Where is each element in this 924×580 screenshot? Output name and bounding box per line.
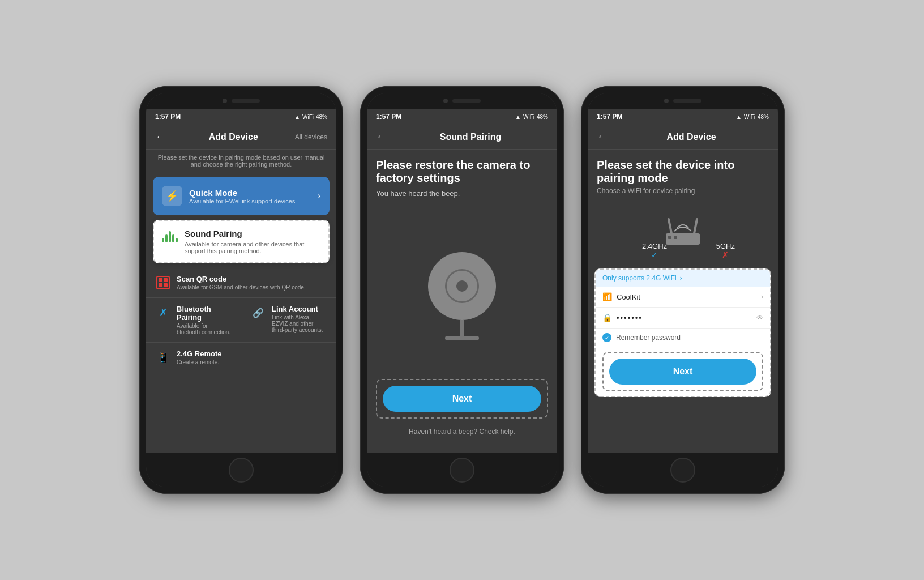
bluetooth-desc: Available for bluetooth connection. [177, 323, 232, 335]
sound-pairing-content: Please restore the camera to factory set… [367, 150, 557, 374]
status-icons-1: ▲ WiFi 48% [294, 114, 327, 120]
help-link-2[interactable]: Haven't heard a beep? Check help. [367, 423, 557, 440]
battery-icon-2: 48% [537, 114, 548, 120]
svg-rect-1 [668, 236, 671, 239]
wifi-icon-3: WiFi [744, 114, 755, 120]
nav-title-3: Add Device [614, 132, 769, 142]
screen-content-3: Please set the device into pairing mode … [588, 150, 778, 453]
svg-rect-2 [674, 236, 677, 239]
battery-icon-3: 48% [758, 114, 769, 120]
link-account-desc: Link with Alexa, EZVIZ and other third-p… [272, 314, 327, 333]
screen-content-1: Please set the device in pairing mode ba… [146, 150, 336, 453]
pairing-mode-title: Please set the device into pairing mode [597, 159, 769, 185]
next-button-container-2: Next [376, 379, 548, 419]
bluetooth-title: Bluetooth Pairing [177, 305, 232, 322]
nav-bar-1: ← Add Device All devices [146, 125, 336, 150]
back-button-1[interactable]: ← [155, 131, 165, 143]
sound-pairing-title: Sound Pairing [185, 229, 320, 238]
quick-mode-arrow: › [318, 191, 320, 201]
password-row[interactable]: 🔒 ••••••• 👁 [596, 308, 770, 329]
remember-checkbox[interactable]: ✓ [602, 333, 611, 342]
phone-bottom-1 [146, 453, 336, 487]
home-button-2[interactable] [450, 458, 474, 483]
wifi-diagram: 2.4GHz ✓ 5GHz ✗ [597, 202, 769, 259]
status-time-1: 1:57 PM [155, 113, 181, 121]
password-field[interactable]: ••••••• [617, 314, 752, 322]
earpiece-1 [232, 99, 260, 103]
password-toggle[interactable]: 👁 [756, 314, 763, 322]
scan-qr-title: Scan QR code [177, 275, 306, 283]
wifi-network-row[interactable]: 📶 CoolKit › [596, 287, 770, 308]
status-icons-3: ▲ WiFi 48% [736, 114, 769, 120]
sound-pairing-desc: Available for camera and other devices t… [185, 241, 320, 254]
pairing-mode-subtitle: Choose a WiFi for device pairing [597, 187, 769, 195]
wifi-banner: Only supports 2.4G WiFi › [596, 270, 770, 287]
link-account-option[interactable]: 🔗 Link Account Link with Alexa, EZVIZ an… [241, 298, 336, 343]
next-button-3[interactable]: Next [609, 359, 756, 385]
sound-pairing-screen-title: Please restore the camera to factory set… [376, 159, 548, 185]
freq-5-x: ✗ [716, 250, 735, 259]
link-icon: 🔗 [253, 308, 264, 318]
wifi-config-card: Only supports 2.4G WiFi › 📶 CoolKit › 🔒 … [594, 268, 771, 397]
next-button-container-3: Next [602, 352, 763, 391]
bluetooth-icon: ✗ [159, 306, 168, 319]
svg-line-3 [669, 219, 671, 233]
remember-label: Remember password [616, 334, 681, 342]
wifi-icon-2: WiFi [523, 114, 534, 120]
remember-password-row[interactable]: ✓ Remember password [596, 329, 770, 347]
phone-top-bar-2 [367, 93, 557, 109]
status-bar-1: 1:57 PM ▲ WiFi 48% [146, 109, 336, 125]
phone-2: 1:57 PM ▲ WiFi 48% ← Sound Pairing Pleas… [360, 86, 564, 494]
phone-top-bar-1 [146, 93, 336, 109]
scan-qr-option[interactable]: Scan QR code Available for GSM and other… [146, 268, 336, 298]
svg-line-4 [694, 219, 697, 233]
sound-pairing-desc: You have heard the beep. [376, 189, 548, 198]
remote-icon: 📱 [157, 351, 169, 364]
nav-title-1: Add Device [172, 132, 295, 142]
qr-icon [156, 276, 170, 289]
freq-24-label: 2.4GHz [642, 242, 667, 250]
status-time-2: 1:57 PM [376, 113, 401, 121]
phones-container: 1:57 PM ▲ WiFi 48% ← Add Device All devi… [139, 86, 785, 494]
home-button-1[interactable] [229, 458, 254, 483]
quick-mode-sublabel: Available for EWeLink support devices [189, 198, 295, 204]
earpiece-3 [673, 99, 701, 103]
nav-bar-3: ← Add Device [588, 125, 778, 150]
next-button-2[interactable]: Next [383, 386, 541, 412]
nav-bar-2: ← Sound Pairing [367, 125, 557, 150]
status-time-3: 1:57 PM [597, 113, 622, 121]
wifi-banner-text: Only supports 2.4G WiFi [602, 274, 677, 282]
sound-pairing-icon [162, 229, 178, 242]
bluetooth-option[interactable]: ✗ Bluetooth Pairing Available for blueto… [146, 298, 241, 343]
wifi-banner-arrow: › [680, 274, 682, 282]
remote-title: 2.4G Remote [177, 349, 221, 358]
front-camera-1 [223, 99, 227, 103]
wifi-network-name: CoolKit [617, 293, 756, 301]
scan-qr-desc: Available for GSM and other devices with… [177, 284, 306, 291]
remote-option[interactable]: 📱 2.4G Remote Create a remote. [146, 343, 241, 372]
remote-desc: Create a remote. [177, 359, 221, 365]
quick-mode-label: Quick Mode [189, 188, 295, 198]
status-bar-2: 1:57 PM ▲ WiFi 48% [367, 109, 557, 125]
camera-illustration [428, 252, 496, 320]
earpiece-2 [452, 99, 481, 103]
home-button-3[interactable] [670, 458, 695, 483]
freq-5-label: 5GHz [716, 242, 735, 250]
phone-top-bar-3 [588, 93, 778, 109]
phone-bottom-3 [588, 453, 778, 487]
screen-content-2: Please restore the camera to factory set… [367, 150, 557, 453]
pairing-options-grid: ✗ Bluetooth Pairing Available for blueto… [146, 298, 336, 372]
freq-24-check: ✓ [642, 250, 667, 259]
phone-1: 1:57 PM ▲ WiFi 48% ← Add Device All devi… [139, 86, 343, 494]
pairing-mode-content: Please set the device into pairing mode … [588, 150, 778, 268]
back-button-2[interactable]: ← [376, 131, 386, 143]
signal-icon-2: ▲ [515, 114, 521, 120]
nav-right-1[interactable]: All devices [295, 133, 327, 141]
sound-pairing-card[interactable]: Sound Pairing Available for camera and o… [153, 220, 330, 263]
front-camera-3 [664, 99, 669, 103]
status-icons-2: ▲ WiFi 48% [515, 114, 548, 120]
back-button-3[interactable]: ← [597, 131, 607, 143]
nav-title-2: Sound Pairing [393, 132, 548, 142]
wifi-row-icon: 📶 [602, 292, 612, 301]
quick-mode-button[interactable]: ⚡ Quick Mode Available for EWeLink suppo… [153, 177, 330, 215]
